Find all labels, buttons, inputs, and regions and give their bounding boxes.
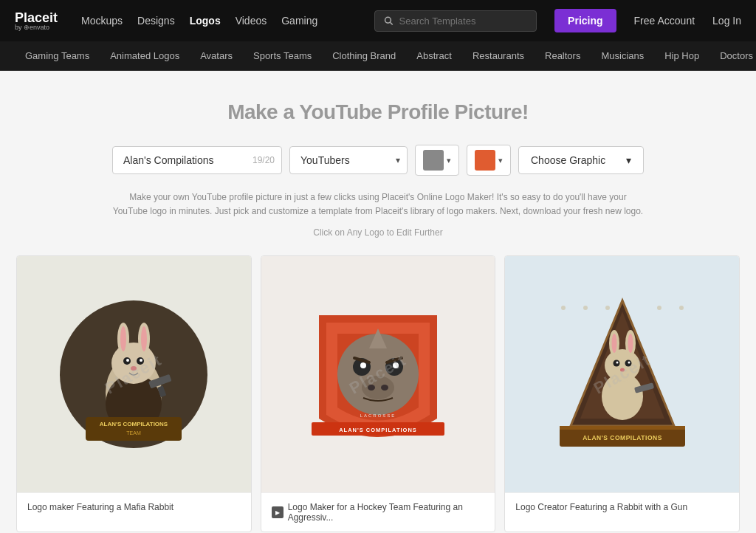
svg-point-8: [120, 326, 126, 351]
header: Placeit by ⊕envato Mockups Designs Logos…: [0, 0, 756, 41]
category-select-wrap: YouTubers Gaming Teams Sports Teams Clot…: [289, 146, 408, 174]
svg-line-1: [391, 22, 393, 24]
svg-text:LACROSSE: LACROSSE: [360, 413, 396, 418]
svg-point-35: [657, 306, 662, 310]
controls-bar: 19/20 YouTubers Gaming Teams Sports Team…: [15, 145, 741, 176]
svg-point-49: [620, 368, 625, 372]
char-count: 19/20: [252, 155, 275, 165]
logo[interactable]: Placeit by ⊕envato: [15, 11, 58, 31]
svg-point-43: [611, 334, 616, 353]
subnav-musicians[interactable]: Musicians: [591, 41, 654, 71]
logo-card-image-2: Placeit: [261, 256, 495, 492]
logo-card-text-1: Logo maker Featuring a Mafia Rabbit: [27, 502, 173, 512]
subnav: Gaming Teams Animated Logos Avatars Spor…: [0, 41, 756, 71]
click-hint-text: Click on Any Logo to Edit Further: [15, 227, 741, 238]
svg-point-44: [628, 334, 633, 353]
logo-grid: Placeit: [16, 255, 740, 532]
svg-point-28: [381, 385, 388, 391]
svg-point-14: [131, 366, 137, 371]
choose-graphic-button[interactable]: Choose Graphic ▾: [518, 146, 644, 174]
logo-card-1[interactable]: Placeit: [16, 255, 252, 532]
subnav-gaming-teams[interactable]: Gaming Teams: [15, 41, 100, 71]
svg-point-12: [126, 359, 129, 362]
main-content: Make a YouTube Profile Picture! 19/20 Yo…: [0, 71, 756, 533]
svg-point-9: [141, 326, 147, 351]
svg-point-47: [616, 362, 618, 364]
logo-card-label-3: Logo Creator Featuring a Rabbit with a G…: [505, 492, 739, 521]
svg-text:ALAN'S COMPILATIONS: ALAN'S COMPILATIONS: [583, 434, 662, 441]
svg-text:ALAN'S COMPILATIONS: ALAN'S COMPILATIONS: [100, 421, 168, 427]
brand-name-input-wrap: 19/20: [112, 146, 282, 174]
svg-text:ALAN'S COMPILATIONS: ALAN'S COMPILATIONS: [339, 427, 417, 433]
color1-picker[interactable]: ▾: [415, 145, 459, 176]
subnav-restaurants[interactable]: Restaurants: [462, 41, 535, 71]
logo-card-text-2: Logo Maker for a Hockey Team Featuring a…: [288, 502, 485, 523]
logo-illustration-2: ALAN'S COMPILATIONS LACROSSE: [289, 271, 467, 478]
logo-card-label-2: Logo Maker for a Hockey Team Featuring a…: [261, 492, 495, 532]
nav-gaming[interactable]: Gaming: [281, 15, 317, 27]
choose-graphic-label: Choose Graphic: [531, 154, 605, 166]
svg-point-40: [605, 349, 640, 382]
svg-rect-52: [560, 426, 685, 430]
subnav-sports-teams[interactable]: Sports Teams: [243, 41, 322, 71]
svg-point-33: [583, 306, 588, 310]
search-input[interactable]: [399, 16, 527, 27]
logo-sub: by ⊕envato: [15, 24, 58, 31]
subnav-clothing-brand[interactable]: Clothing Brand: [322, 41, 406, 71]
logo-illustration-1: ALAN'S COMPILATIONS TEAM: [45, 286, 222, 463]
choose-graphic-chevron-icon: ▾: [626, 154, 631, 166]
svg-point-48: [628, 362, 630, 364]
nav-mockups[interactable]: Mockups: [81, 15, 123, 27]
free-account-button[interactable]: Free Account: [634, 15, 695, 27]
color1-swatch: [423, 150, 444, 171]
svg-point-36: [679, 306, 684, 310]
subnav-hip-hop[interactable]: Hip Hop: [654, 41, 709, 71]
login-button[interactable]: Log In: [712, 15, 741, 27]
play-icon: [272, 506, 284, 518]
color1-chevron-icon: ▾: [447, 156, 451, 165]
svg-text:TEAM: TEAM: [127, 430, 142, 436]
search-icon: [384, 16, 394, 26]
color2-chevron-icon: ▾: [498, 156, 503, 165]
category-select[interactable]: YouTubers Gaming Teams Sports Teams Clot…: [289, 146, 408, 174]
main-nav: Mockups Designs Logos Videos Gaming: [81, 15, 317, 27]
logo-card-image-1: Placeit: [17, 256, 251, 492]
color2-picker[interactable]: ▾: [467, 145, 511, 176]
subnav-doctors[interactable]: Doctors: [709, 41, 756, 71]
svg-point-5: [111, 343, 156, 384]
nav-designs[interactable]: Designs: [137, 15, 175, 27]
pricing-button[interactable]: Pricing: [554, 9, 616, 32]
page-title: Make a YouTube Profile Picture!: [15, 100, 741, 124]
logo-card-text-3: Logo Creator Featuring a Rabbit with a G…: [515, 502, 687, 512]
logo-text: Placeit: [15, 11, 58, 24]
nav-logos[interactable]: Logos: [190, 15, 221, 27]
logo-card-label-1: Logo maker Featuring a Mafia Rabbit: [17, 492, 251, 521]
logo-card-2[interactable]: Placeit: [261, 255, 496, 532]
svg-point-25: [393, 362, 399, 368]
search-bar[interactable]: [374, 10, 537, 32]
nav-videos[interactable]: Videos: [236, 15, 267, 27]
subnav-realtors[interactable]: Realtors: [535, 41, 591, 71]
subnav-abstract[interactable]: Abstract: [406, 41, 462, 71]
color2-swatch: [475, 150, 495, 171]
logo-illustration-3: ALAN'S COMPILATIONS: [534, 278, 711, 470]
svg-point-34: [605, 306, 610, 310]
subnav-animated-logos[interactable]: Animated Logos: [100, 41, 190, 71]
description-text: Make your own YouTube profile picture in…: [112, 190, 644, 219]
svg-point-13: [140, 359, 142, 362]
svg-point-26: [362, 376, 394, 399]
logo-card-image-3: Placeit: [505, 256, 739, 492]
logo-card-3[interactable]: Placeit: [504, 255, 740, 532]
subnav-avatars[interactable]: Avatars: [190, 41, 243, 71]
svg-point-32: [561, 306, 566, 310]
svg-point-24: [360, 362, 366, 368]
svg-point-0: [385, 17, 391, 23]
svg-point-27: [368, 385, 375, 391]
